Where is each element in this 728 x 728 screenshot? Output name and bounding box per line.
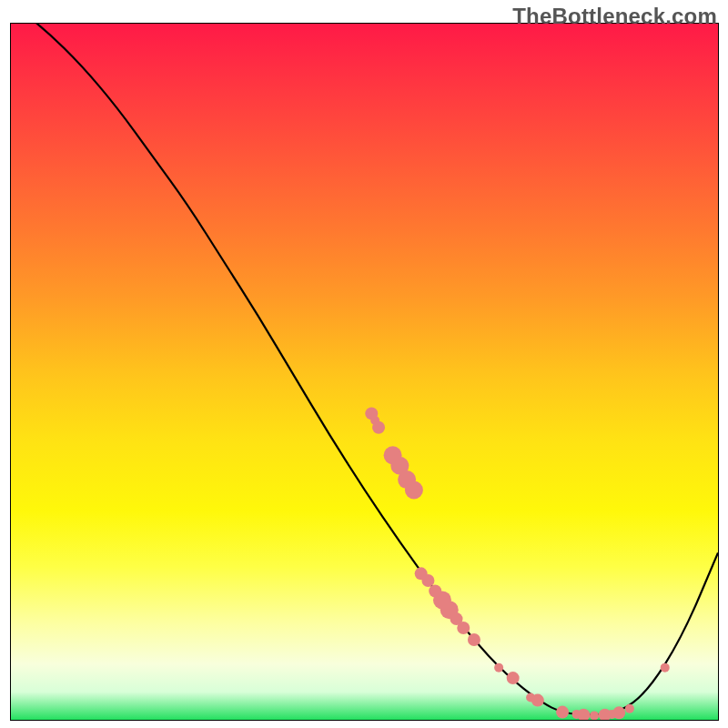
- data-point-medium: [421, 574, 434, 587]
- data-point-medium: [556, 706, 569, 719]
- data-point-small: [590, 711, 599, 720]
- data-point-large: [405, 481, 423, 500]
- plot-area: [10, 23, 719, 721]
- chart-container: TheBottleneck.com: [0, 0, 728, 728]
- data-point-small: [661, 663, 670, 672]
- data-point-medium: [429, 584, 441, 597]
- chart-svg: [11, 24, 718, 720]
- data-point-medium: [457, 622, 470, 634]
- data-point-small: [625, 704, 634, 713]
- data-point-small: [607, 710, 616, 719]
- data-point-small: [370, 416, 379, 425]
- watermark-text: TheBottleneck.com: [512, 4, 717, 29]
- data-point-small: [572, 710, 581, 719]
- data-point-medium: [468, 633, 480, 646]
- data-point-small: [494, 663, 503, 672]
- data-point-small: [526, 693, 535, 703]
- bottleneck-curve: [11, 24, 718, 715]
- data-point-medium: [507, 672, 520, 684]
